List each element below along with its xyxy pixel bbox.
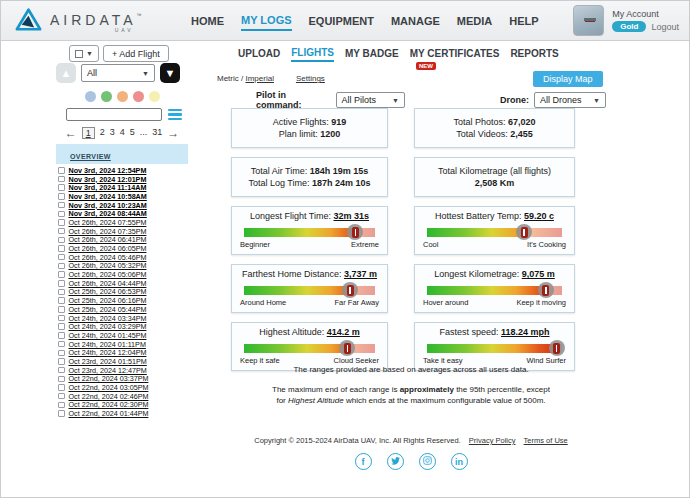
scroll-up-button[interactable]: ▲ [56,63,76,83]
flight-checkbox[interactable] [58,384,65,391]
pilot-filter-select[interactable]: All Pilots▼ [336,92,405,108]
flight-link[interactable]: Oct 25th, 2024 06:53PM [69,287,147,296]
page-3[interactable]: 3 [110,127,115,139]
flight-link[interactable]: Nov 3rd, 2024 10:23AM [69,201,147,210]
settings-link[interactable]: Settings [296,74,325,83]
flight-checkbox[interactable] [58,376,65,383]
flight-checkbox[interactable] [58,263,65,270]
flight-checkbox[interactable] [58,280,65,287]
flight-checkbox[interactable] [58,402,65,409]
subnav-reports[interactable]: REPORTS [510,48,558,61]
nav-equipment[interactable]: EQUIPMENT [309,12,374,30]
flight-checkbox[interactable] [58,289,65,296]
page-[interactable]: ... [140,127,148,139]
flight-checkbox[interactable] [58,341,65,348]
flight-checkbox[interactable] [58,254,65,261]
page-31[interactable]: 31 [152,127,162,139]
instagram-icon[interactable] [419,453,436,470]
flight-link[interactable]: Oct 22nd, 2024 01:44PM [69,409,149,418]
flight-link[interactable]: Oct 22nd, 2024 02:46PM [69,392,149,401]
legend-dot-4[interactable] [133,91,144,102]
flight-link[interactable]: Oct 26th, 2024 06:41PM [69,235,147,244]
flight-checkbox[interactable] [58,306,65,313]
flight-link[interactable]: Oct 26th, 2024 06:05PM [69,244,147,253]
flight-checkbox[interactable] [58,202,65,209]
nav-help[interactable]: HELP [509,12,538,30]
gauge-knob[interactable] [516,224,532,240]
gauge-knob[interactable] [342,282,358,298]
imperial-link[interactable]: Imperial [245,74,273,83]
flight-link[interactable]: Oct 23rd, 2024 12:47PM [69,366,147,375]
gauge-knob[interactable] [538,282,554,298]
nav-manage[interactable]: MANAGE [391,12,440,30]
gauge-knob[interactable] [339,340,355,356]
subnav-my-certificates[interactable]: MY CERTIFICATES [410,48,500,61]
flight-link[interactable]: Nov 3rd, 2024 10:58AM [69,192,147,201]
gauge-value-link[interactable]: 414.2 m [327,327,360,337]
flight-checkbox[interactable] [58,350,65,357]
flight-checkbox[interactable] [58,219,65,226]
prev-page-arrow[interactable]: ← [65,127,77,139]
page-4[interactable]: 4 [120,127,125,139]
terms-of-use-link[interactable]: Terms of Use [524,436,568,445]
gauge-knob[interactable] [549,340,565,356]
privacy-policy-link[interactable]: Privacy Policy [469,436,516,445]
nav-my-logs[interactable]: MY LOGS [241,11,292,31]
flight-checkbox[interactable] [58,245,65,252]
gauge-value-link[interactable]: 59.20 c [524,211,554,221]
flight-checkbox[interactable] [58,332,65,339]
flight-link[interactable]: Oct 24th, 2024 01:11PM [69,340,146,349]
legend-dot-1[interactable] [85,91,96,102]
flight-link[interactable]: Nov 3rd, 2024 11:14AM [69,183,147,192]
gauge-value-link[interactable]: 32m 31s [334,211,370,221]
flight-link[interactable]: Nov 3rd, 2024 08:44AM [69,209,147,218]
my-account-link[interactable]: My Account [612,9,679,19]
flight-checkbox[interactable] [58,228,65,235]
flight-checkbox[interactable] [58,367,65,374]
scroll-down-button[interactable]: ▼ [160,63,180,83]
gauge-knob[interactable] [347,224,363,240]
subnav-upload[interactable]: UPLOAD [238,48,280,61]
avatar[interactable] [573,5,604,36]
flight-link[interactable]: Oct 22nd, 2024 02:30PM [69,400,149,409]
menu-icon[interactable] [168,109,182,121]
flight-link[interactable]: Oct 22nd, 2024 03:37PM [69,374,149,383]
metric-label[interactable]: Metric / [217,74,243,83]
flight-checkbox[interactable] [58,271,65,278]
flight-checkbox[interactable] [58,237,65,244]
flight-checkbox[interactable] [58,176,65,183]
flight-link[interactable]: Nov 3rd, 2024 12:01PM [69,175,147,184]
gold-plan-badge[interactable]: Gold [612,21,646,32]
flight-link[interactable]: Oct 26th, 2024 05:32PM [69,261,147,270]
logout-link[interactable]: Logout [651,22,679,32]
flight-link[interactable]: Oct 24th, 2024 01:45PM [69,331,147,340]
overview-row[interactable]: OVERVIEW [56,144,188,164]
flight-checkbox[interactable] [58,184,65,191]
flight-link[interactable]: Nov 3rd, 2024 12:54PM [69,166,147,175]
airdata-logo[interactable]: AIRDATA™UAV [15,7,142,32]
legend-dot-2[interactable] [101,91,112,102]
gauge-value-link[interactable]: 9,075 m [522,269,555,279]
flight-checkbox[interactable] [58,167,65,174]
flight-checkbox[interactable] [58,323,65,330]
flight-checkbox[interactable] [58,211,65,218]
nav-media[interactable]: MEDIA [457,12,492,30]
page-5[interactable]: 5 [130,127,135,139]
flight-link[interactable]: Oct 24th, 2024 03:29PM [69,322,147,331]
flight-checkbox[interactable] [58,358,65,365]
overview-link[interactable]: OVERVIEW [70,153,111,160]
gauge-value-link[interactable]: 118.24 mph [501,327,550,337]
legend-dot-5[interactable] [149,91,160,102]
subnav-flights[interactable]: FLIGHTS [291,47,334,62]
page-2[interactable]: 2 [100,127,105,139]
flight-link[interactable]: Oct 25th, 2024 06:16PM [69,296,147,305]
flight-checkbox[interactable] [58,410,65,417]
flight-link[interactable]: Oct 24th, 2024 03:34PM [69,314,147,323]
flight-link[interactable]: Oct 26th, 2024 05:06PM [69,270,147,279]
flight-link[interactable]: Oct 24th, 2024 12:04PM [69,348,147,357]
flight-link[interactable]: Oct 22nd, 2024 03:05PM [69,383,149,392]
flight-checkbox[interactable] [58,393,65,400]
flight-search-input[interactable] [66,108,162,121]
linkedin-icon[interactable]: in [451,453,468,470]
subnav-my-badge[interactable]: MY BADGE [345,48,399,61]
